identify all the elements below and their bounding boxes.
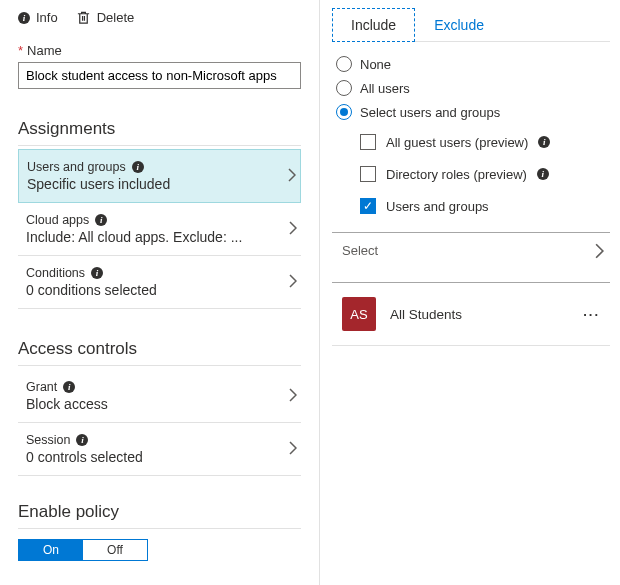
more-actions-button[interactable]: ··· bbox=[577, 307, 606, 322]
checkbox-icon bbox=[360, 198, 376, 214]
trash-icon bbox=[76, 10, 91, 25]
chevron-right-icon bbox=[288, 168, 296, 185]
info-command[interactable]: i Info bbox=[18, 10, 58, 25]
check-label: Directory roles (preview) bbox=[386, 167, 527, 182]
divider bbox=[18, 145, 301, 146]
info-icon: i bbox=[132, 161, 144, 173]
radio-none[interactable]: None bbox=[336, 56, 610, 72]
row-subtitle: 0 controls selected bbox=[26, 449, 143, 465]
info-icon: i bbox=[76, 434, 88, 446]
group-avatar: AS bbox=[342, 297, 376, 331]
info-icon: i bbox=[63, 381, 75, 393]
radio-select-users-groups[interactable]: Select users and groups bbox=[336, 104, 610, 120]
selected-group-row: AS All Students ··· bbox=[332, 283, 610, 346]
radio-icon bbox=[336, 104, 352, 120]
scope-radio-group: None All users Select users and groups bbox=[336, 56, 610, 120]
row-subtitle: Include: All cloud apps. Exclude: ... bbox=[26, 229, 242, 245]
check-label: All guest users (preview) bbox=[386, 135, 528, 150]
required-marker: * bbox=[18, 43, 23, 58]
radio-all-users[interactable]: All users bbox=[336, 80, 610, 96]
radio-label: Select users and groups bbox=[360, 105, 500, 120]
select-users-groups-button[interactable]: Select bbox=[332, 232, 610, 283]
chevron-right-icon bbox=[289, 274, 297, 291]
info-label: Info bbox=[36, 10, 58, 25]
row-subtitle: 0 conditions selected bbox=[26, 282, 157, 298]
check-label: Users and groups bbox=[386, 199, 489, 214]
info-icon: i bbox=[18, 12, 30, 24]
info-icon: i bbox=[91, 267, 103, 279]
select-options: All guest users (preview) i Directory ro… bbox=[360, 134, 610, 214]
right-panel: Include Exclude None All users Select us… bbox=[320, 0, 620, 585]
delete-command[interactable]: Delete bbox=[76, 10, 135, 25]
row-title: Cloud apps bbox=[26, 213, 89, 227]
tab-include[interactable]: Include bbox=[332, 8, 415, 42]
check-users-groups[interactable]: Users and groups bbox=[360, 198, 610, 214]
info-icon: i bbox=[538, 136, 550, 148]
row-title: Users and groups bbox=[27, 160, 126, 174]
check-directory-roles[interactable]: Directory roles (preview) i bbox=[360, 166, 610, 182]
chevron-right-icon bbox=[289, 441, 297, 458]
row-title: Session bbox=[26, 433, 70, 447]
group-name: All Students bbox=[390, 307, 563, 322]
row-subtitle: Specific users included bbox=[27, 176, 170, 192]
delete-label: Delete bbox=[97, 10, 135, 25]
check-guest-users[interactable]: All guest users (preview) i bbox=[360, 134, 610, 150]
chevron-right-icon bbox=[289, 388, 297, 405]
access-grant[interactable]: Grant i Block access bbox=[18, 370, 301, 423]
assignments-conditions[interactable]: Conditions i 0 conditions selected bbox=[18, 256, 301, 309]
radio-label: None bbox=[360, 57, 391, 72]
checkbox-icon bbox=[360, 166, 376, 182]
radio-label: All users bbox=[360, 81, 410, 96]
row-title: Grant bbox=[26, 380, 57, 394]
info-icon: i bbox=[537, 168, 549, 180]
assignments-users-groups[interactable]: Users and groups i Specific users includ… bbox=[18, 149, 301, 203]
enable-policy-heading: Enable policy bbox=[18, 502, 301, 522]
include-exclude-tabs: Include Exclude bbox=[332, 8, 610, 42]
radio-icon bbox=[336, 80, 352, 96]
access-controls-heading: Access controls bbox=[18, 339, 301, 359]
assignments-cloud-apps[interactable]: Cloud apps i Include: All cloud apps. Ex… bbox=[18, 203, 301, 256]
access-session[interactable]: Session i 0 controls selected bbox=[18, 423, 301, 476]
info-icon: i bbox=[95, 214, 107, 226]
divider bbox=[18, 528, 301, 529]
tab-exclude[interactable]: Exclude bbox=[415, 8, 503, 42]
row-title: Conditions bbox=[26, 266, 85, 280]
chevron-right-icon bbox=[595, 243, 604, 262]
checkbox-icon bbox=[360, 134, 376, 150]
toggle-off[interactable]: Off bbox=[83, 540, 147, 560]
toggle-on[interactable]: On bbox=[19, 540, 83, 560]
name-field-label: *Name bbox=[18, 43, 301, 58]
assignments-heading: Assignments bbox=[18, 119, 301, 139]
select-label: Select bbox=[342, 243, 378, 258]
policy-name-input[interactable] bbox=[18, 62, 301, 89]
divider bbox=[18, 365, 301, 366]
left-panel: i Info Delete *Name Assignments Users an… bbox=[0, 0, 320, 585]
radio-icon bbox=[336, 56, 352, 72]
command-bar: i Info Delete bbox=[18, 10, 301, 25]
row-subtitle: Block access bbox=[26, 396, 108, 412]
chevron-right-icon bbox=[289, 221, 297, 238]
enable-policy-toggle: On Off bbox=[18, 539, 148, 561]
